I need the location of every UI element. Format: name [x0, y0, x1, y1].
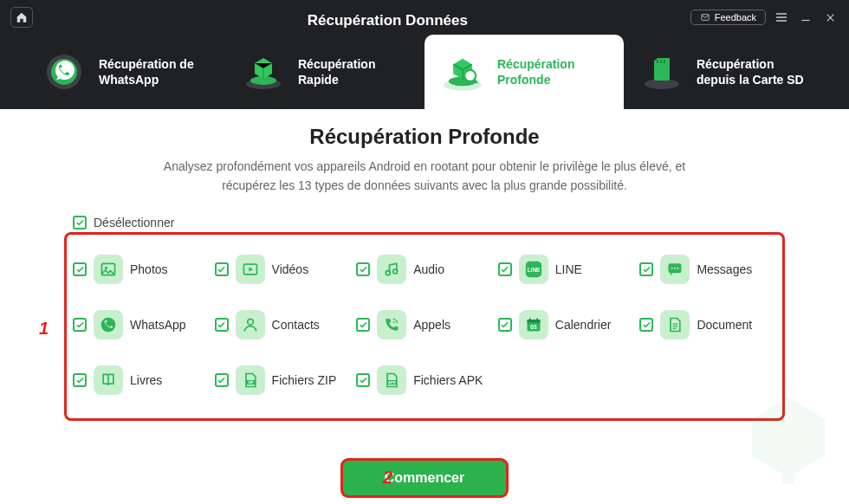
minimize-button[interactable] [797, 9, 814, 26]
tab-quick-recovery[interactable]: RécupérationRapide [225, 35, 424, 109]
item-zip[interactable]: ZIPFichiers ZIP [215, 365, 352, 395]
svg-point-21 [671, 268, 673, 269]
home-icon [16, 11, 28, 23]
item-audio[interactable]: Audio [356, 255, 493, 284]
tabs: Récupération deWhatsApp RécupérationRapi… [0, 35, 849, 109]
item-document[interactable]: Document [639, 310, 776, 339]
svg-point-17 [393, 269, 398, 274]
svg-text:LINE: LINE [528, 267, 541, 273]
books-icon [94, 365, 123, 395]
whatsapp-icon [42, 49, 87, 94]
svg-rect-27 [527, 320, 540, 323]
tab-sd-recovery[interactable]: Récupérationdepuis la Carte SD [624, 35, 823, 109]
svg-point-16 [386, 271, 391, 275]
minimize-icon [800, 11, 812, 23]
zip-icon: ZIP [236, 365, 265, 395]
item-whatsapp[interactable]: WhatsApp [73, 310, 210, 339]
svg-point-25 [247, 320, 253, 326]
menu-button[interactable] [773, 9, 790, 26]
item-videos[interactable]: Vidéos [215, 255, 352, 284]
svg-point-22 [674, 268, 676, 269]
item-contacts[interactable]: Contacts [215, 310, 352, 339]
annotation-2: 2 [383, 468, 392, 488]
page-title: Récupération Profonde [69, 125, 780, 149]
data-types-grid: Photos Vidéos Audio LINELINE Messages Wh… [69, 236, 780, 421]
svg-rect-10 [657, 60, 658, 63]
item-calls[interactable]: Appels [356, 310, 493, 339]
tab-whatsapp-recovery[interactable]: Récupération deWhatsApp [26, 35, 225, 109]
contacts-icon [236, 310, 265, 339]
videos-icon [236, 255, 265, 284]
item-books[interactable]: Livres [73, 365, 210, 395]
mail-icon [700, 13, 710, 22]
apk-icon: APK [377, 365, 406, 395]
page-description: Analysez profondément vos appareils Andr… [69, 158, 780, 195]
svg-text:ZIP: ZIP [248, 380, 254, 384]
deselect-label: Désélectionner [94, 216, 174, 229]
item-photos[interactable]: Photos [73, 255, 210, 284]
calendar-icon: 03 [519, 310, 548, 339]
svg-point-24 [101, 318, 116, 333]
app-header: Récupération Données Feedback Récupérati… [0, 0, 849, 109]
feedback-button[interactable]: Feedback [690, 10, 766, 25]
item-messages[interactable]: Messages [639, 255, 776, 284]
item-calendar[interactable]: 03Calendrier [498, 310, 635, 339]
svg-text:03: 03 [530, 324, 537, 330]
whatsapp-data-icon [94, 310, 123, 339]
close-icon [825, 12, 836, 23]
home-button[interactable] [10, 7, 33, 28]
svg-text:APK: APK [388, 380, 396, 384]
svg-point-23 [677, 268, 679, 269]
line-icon: LINE [519, 255, 548, 284]
close-button[interactable] [821, 9, 839, 26]
start-button[interactable]: Commencer [343, 461, 506, 495]
annotation-1: 1 [39, 319, 49, 339]
svg-point-14 [105, 267, 107, 269]
photos-icon [94, 255, 123, 284]
item-line[interactable]: LINELINE [498, 255, 635, 284]
audio-icon [377, 255, 406, 284]
calls-icon [377, 310, 406, 339]
feedback-label: Feedback [715, 12, 756, 23]
tab-deep-recovery[interactable]: RécupérationProfonde [424, 35, 624, 109]
quick-recovery-icon [241, 49, 286, 94]
document-icon [660, 310, 690, 339]
sd-card-icon [639, 49, 684, 94]
deselect-checkbox[interactable] [73, 216, 87, 229]
app-title: Récupération Données [85, 12, 690, 29]
main-content: Récupération Profonde Analysez profondém… [0, 109, 849, 495]
svg-rect-12 [664, 60, 665, 63]
menu-icon [774, 10, 788, 24]
messages-icon [660, 255, 690, 284]
svg-rect-11 [660, 60, 662, 63]
deselect-all[interactable]: Désélectionner [69, 216, 780, 236]
deep-recovery-icon [440, 49, 485, 94]
item-apk[interactable]: APKFichiers APK [356, 365, 493, 395]
